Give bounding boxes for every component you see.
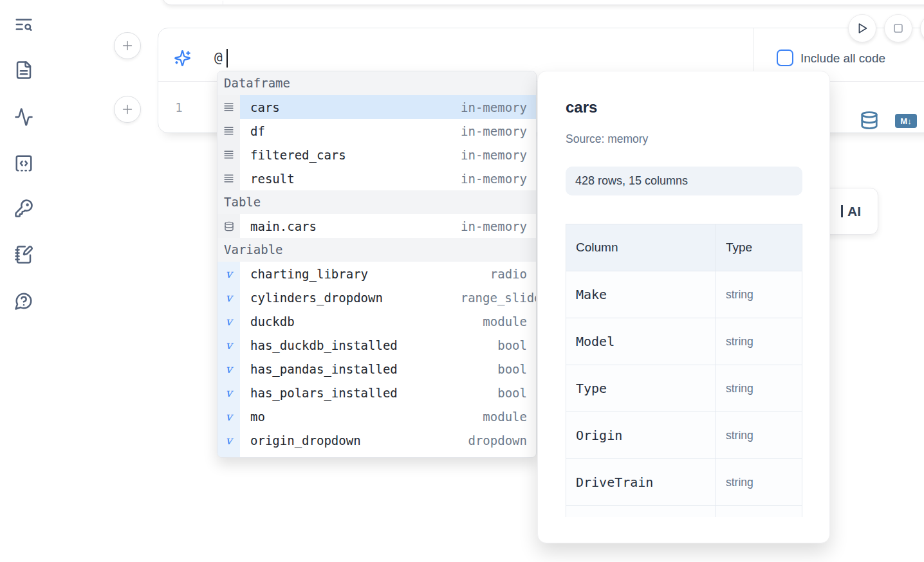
item-gutter — [217, 95, 240, 119]
schema-table-wrap: ColumnTypeMakestringModelstringTypestrin… — [566, 224, 802, 517]
sidebar-item-search[interactable] — [13, 14, 35, 35]
rows-icon — [223, 102, 234, 113]
plus-icon — [120, 102, 134, 116]
autocomplete-item-filtered_cars[interactable]: filtered_carsin-memory — [217, 143, 536, 167]
autocomplete-item-main.cars[interactable]: main.carsin-memory — [217, 214, 536, 238]
include-all-code-label: Include all code — [800, 51, 885, 66]
item-gutter — [217, 167, 240, 190]
autocomplete-item-cylinders_dropdown[interactable]: vcylinders_dropdownrange_slider — [217, 286, 536, 309]
schema-column-type — [716, 506, 802, 518]
dropdown-section-dataframe: Dataframe — [217, 71, 536, 95]
autocomplete-item-origin_dropdown[interactable]: vorigin_dropdowndropdown — [217, 428, 536, 452]
schema-column-name: Model — [566, 318, 716, 365]
include-all-code-checkbox[interactable] — [777, 50, 793, 66]
variable-icon: v — [225, 316, 232, 327]
item-name: cylinders_dropdown — [250, 291, 383, 305]
sidebar-item-snippets[interactable] — [13, 152, 35, 174]
item-gutter: v — [217, 428, 240, 452]
schema-column-name: Type — [566, 365, 716, 412]
marimo-notebook: { "colors": { "accent_blue": "#3b82f6", … — [0, 0, 924, 562]
item-gutter: v — [217, 357, 240, 381]
item-name: has_polars_installed — [250, 386, 398, 400]
schema-row: Makestring — [566, 271, 802, 318]
activity-icon — [14, 107, 33, 127]
panel-shape-badge: 428 rows, 15 columns — [566, 167, 802, 195]
schema-column-type: string — [716, 365, 802, 412]
schema-column-type: string — [716, 271, 802, 318]
file-text-icon — [14, 60, 33, 80]
ai-button-label: AI — [847, 204, 861, 219]
sidebar-item-scratchpad[interactable] — [13, 244, 35, 266]
database-icon — [860, 111, 879, 130]
item-type: range_slider — [461, 291, 536, 305]
schema-row-clipped — [566, 506, 802, 518]
previous-cell-edge — [162, 0, 924, 5]
item-content: origin_dropdowndropdown — [240, 428, 536, 452]
markdown-badge: M↓ — [900, 116, 911, 126]
autocomplete-item-df[interactable]: dfin-memory — [217, 119, 536, 143]
key-icon — [14, 199, 33, 218]
autocomplete-item-result[interactable]: resultin-memory — [217, 167, 536, 190]
autocomplete-item-duckdb[interactable]: vduckdbmodule — [217, 309, 536, 333]
autocomplete-item-cars[interactable]: carsin-memory — [217, 95, 536, 119]
schema-column-type: string — [716, 412, 802, 459]
rows-icon — [223, 125, 234, 136]
item-name: result — [250, 172, 295, 186]
schema-column-name: Make — [566, 271, 716, 318]
sidebar-item-files[interactable] — [13, 59, 35, 81]
ai-prompt-input[interactable]: @ — [214, 50, 223, 66]
autocomplete-item-charting_library[interactable]: vcharting_libraryradio — [217, 262, 536, 286]
variable-icon: v — [225, 387, 232, 399]
variable-icon: v — [225, 268, 232, 280]
autocomplete-item-pd[interactable]: vpdmodule — [217, 452, 536, 458]
autocomplete-item-has_duckdb_installed[interactable]: vhas_duckdb_installedbool — [217, 333, 536, 357]
item-gutter: v — [217, 381, 240, 404]
rows-icon — [223, 149, 234, 160]
autocomplete-item-mo[interactable]: vmomodule — [217, 404, 536, 428]
item-content: has_pandas_installedbool — [240, 357, 536, 381]
item-type: dropdown — [468, 433, 536, 448]
item-gutter — [217, 214, 240, 238]
sql-cell-button[interactable] — [859, 110, 880, 131]
item-type: module — [483, 314, 536, 329]
item-content: dfin-memory — [240, 119, 536, 143]
snippets-code-icon — [14, 154, 33, 173]
rows-icon — [223, 173, 234, 184]
play-icon — [855, 21, 869, 35]
run-cell-button[interactable] — [848, 14, 876, 42]
item-name: main.cars — [250, 219, 317, 233]
add-cell-button-bottom[interactable] — [114, 96, 141, 123]
markdown-cell-button[interactable]: M↓ — [895, 114, 917, 128]
stop-button[interactable] — [884, 14, 912, 42]
schema-table: ColumnTypeMakestringModelstringTypestrin… — [566, 224, 802, 517]
schema-column-name: DriveTrain — [566, 459, 716, 506]
item-type: bool — [497, 386, 536, 400]
stop-icon — [891, 21, 905, 35]
sidebar-item-activity[interactable] — [13, 106, 35, 128]
sidebar-item-help[interactable] — [13, 290, 35, 312]
item-content: has_duckdb_installedbool — [240, 333, 536, 357]
text-search-icon — [14, 15, 33, 34]
item-content: has_polars_installedbool — [240, 381, 536, 404]
sidebar-item-secrets[interactable] — [13, 197, 35, 219]
schema-row: Typestring — [566, 365, 802, 412]
item-content: pdmodule — [240, 452, 536, 458]
add-cell-button-top[interactable] — [114, 32, 141, 59]
schema-column-name: Origin — [566, 412, 716, 459]
item-name: charting_library — [250, 267, 368, 281]
previous-cell-divider — [223, 1, 223, 5]
variable-icon: v — [225, 363, 232, 375]
item-name: mo — [250, 410, 265, 424]
item-type: radio — [490, 267, 536, 281]
autocomplete-item-has_pandas_installed[interactable]: vhas_pandas_installedbool — [217, 357, 536, 381]
item-content: momodule — [240, 404, 536, 428]
plus-icon — [120, 39, 134, 53]
variable-icon: v — [225, 292, 232, 304]
autocomplete-item-has_polars_installed[interactable]: vhas_polars_installedbool — [217, 381, 536, 404]
item-type: in-memory — [461, 100, 536, 114]
item-gutter: v — [217, 404, 240, 428]
line-number: 1 — [172, 100, 186, 114]
panel-title: cars — [566, 98, 597, 116]
autocomplete-dropdown: Dataframecarsin-memorydfin-memoryfiltere… — [217, 71, 537, 458]
schema-header-column: Column — [566, 224, 716, 271]
